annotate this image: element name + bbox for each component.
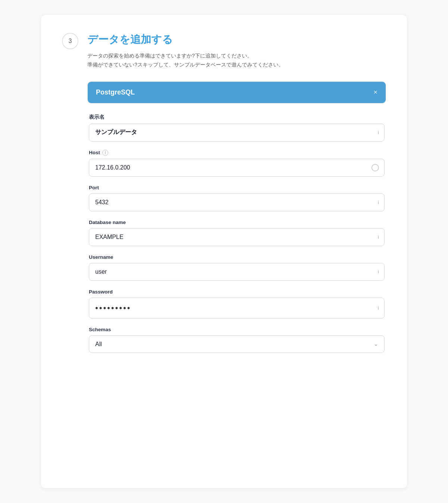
port-field: Port i <box>89 185 385 211</box>
schemas-field: Schemas All Public Custom ⌄ <box>89 327 385 353</box>
password-input-wrapper: i <box>89 298 385 319</box>
username-field: Username i <box>89 254 385 281</box>
port-info-icon[interactable]: i <box>378 199 384 205</box>
schemas-select-wrapper: All Public Custom ⌄ <box>89 335 385 353</box>
username-input[interactable] <box>89 263 378 280</box>
step-badge: 3 <box>62 33 78 49</box>
username-input-wrapper: i <box>89 263 385 281</box>
database-name-field: Database name i <box>89 220 385 246</box>
display-name-input[interactable] <box>89 124 378 141</box>
host-input[interactable] <box>89 159 371 176</box>
page-title: データを追加する <box>87 33 386 46</box>
display-name-info-icon[interactable]: i <box>378 130 384 135</box>
password-info-icon[interactable]: i <box>378 305 384 311</box>
database-name-input[interactable] <box>89 229 378 246</box>
port-input[interactable] <box>89 194 378 211</box>
step-description: データの探索を始める準備はできていますか?下に追加してください。 準備ができてい… <box>87 52 386 69</box>
form-section: 表示名 i Host i <box>87 114 386 353</box>
password-field: Password i <box>89 289 385 319</box>
port-label: Port <box>89 185 385 190</box>
description-line1: データの探索を始める準備はできていますか?下に追加してください。 <box>87 53 252 59</box>
page-container: 3 データを追加する データの探索を始める準備はできていますか?下に追加してくだ… <box>41 15 407 488</box>
database-name-info-icon[interactable]: i <box>378 234 384 240</box>
host-info-icon[interactable]: i <box>102 150 108 156</box>
host-status-icon <box>371 164 379 171</box>
host-field: Host i <box>89 150 385 177</box>
schemas-label: Schemas <box>89 327 385 332</box>
description-line2: 準備ができていない?スキップして、サンプルデータベースで遊んでみてください。 <box>87 62 284 68</box>
schemas-chevron-icon: ⌄ <box>374 341 384 347</box>
schemas-select[interactable]: All Public Custom <box>89 336 374 353</box>
db-card-header: PostgreSQL × <box>88 82 386 103</box>
step-number: 3 <box>69 38 72 44</box>
password-input[interactable] <box>89 298 378 318</box>
username-info-icon[interactable]: i <box>378 269 384 274</box>
database-name-input-wrapper: i <box>89 228 385 246</box>
step-section: 3 データを追加する データの探索を始める準備はできていますか?下に追加してくだ… <box>62 33 386 361</box>
close-icon[interactable]: × <box>373 89 377 96</box>
host-input-wrapper <box>89 159 385 177</box>
display-name-input-wrapper: i <box>89 124 385 142</box>
username-label: Username <box>89 254 385 260</box>
port-input-wrapper: i <box>89 193 385 211</box>
step-content: データを追加する データの探索を始める準備はできていますか?下に追加してください… <box>87 33 386 361</box>
db-card: PostgreSQL × <box>87 81 386 103</box>
host-label: Host i <box>89 150 385 156</box>
password-label: Password <box>89 289 385 295</box>
database-name-label: Database name <box>89 220 385 225</box>
display-name-label: 表示名 <box>89 114 385 121</box>
display-name-field: 表示名 i <box>89 114 385 142</box>
db-card-title: PostgreSQL <box>96 89 135 96</box>
